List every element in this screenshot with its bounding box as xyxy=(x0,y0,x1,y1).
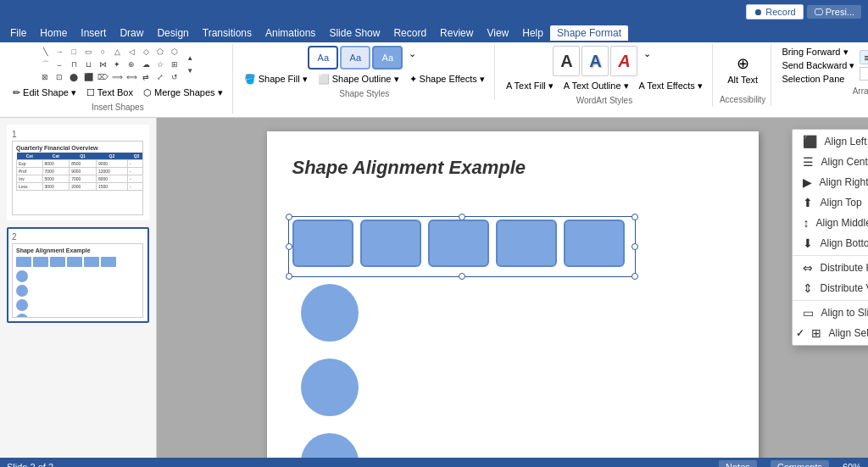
align-bottom-item[interactable]: ⬇ Align Bottom xyxy=(793,233,868,253)
shape-outline-button[interactable]: ⬜ Shape Outline ▾ xyxy=(314,71,403,87)
shape-s3-3[interactable]: ⬤ xyxy=(67,71,81,83)
menu-file[interactable]: File xyxy=(3,25,33,41)
shape-s2-2[interactable]: ⌣ xyxy=(53,58,66,70)
menu-design[interactable]: Design xyxy=(150,25,195,41)
shape-s3-9[interactable]: ⤢ xyxy=(153,71,167,83)
align-right-item[interactable]: ▶ Align Right xyxy=(793,172,868,192)
handle-ml[interactable] xyxy=(286,243,292,250)
distribute-v-item[interactable]: ⇕ Distribute Vertically xyxy=(793,278,868,298)
comments-button[interactable]: Comments xyxy=(771,460,829,467)
menu-transitions[interactable]: Transitions xyxy=(196,25,259,41)
menu-shape-format[interactable]: Shape Format xyxy=(550,25,628,41)
text-fill-button[interactable]: A Text Fill ▾ xyxy=(502,78,558,94)
menu-help[interactable]: Help xyxy=(515,25,550,41)
record-button[interactable]: ⏺ Record xyxy=(746,4,804,19)
shape-hex[interactable]: ⬡ xyxy=(168,46,181,58)
handle-bl[interactable] xyxy=(286,273,292,280)
shape-s3-6[interactable]: ⟹ xyxy=(110,71,124,83)
shape-rtriangle[interactable]: ◁ xyxy=(125,46,138,58)
shape-rect-1[interactable] xyxy=(292,220,353,267)
shape-effects-button[interactable]: ✦ Shape Effects ▾ xyxy=(405,71,489,87)
shape-s2-1[interactable]: ⌒ xyxy=(38,58,52,70)
handle-br[interactable] xyxy=(632,273,638,280)
shape-arrow[interactable]: → xyxy=(53,46,66,58)
menu-insert[interactable]: Insert xyxy=(74,25,113,41)
shapes-scroll-up[interactable]: ▲ xyxy=(183,53,197,64)
shape-round-rect[interactable]: ▭ xyxy=(81,46,95,58)
handle-bm[interactable] xyxy=(459,273,465,280)
shape-s2-7[interactable]: ⊕ xyxy=(125,58,138,70)
shape-s2-3[interactable]: ⊓ xyxy=(67,58,81,70)
size-height-input[interactable] xyxy=(860,67,868,81)
shape-rect-2[interactable] xyxy=(360,220,421,267)
slide-canvas[interactable]: Shape Alignment Example xyxy=(267,131,759,458)
style-swatch-1[interactable]: Aa xyxy=(308,46,338,69)
shape-s3-4[interactable]: ⬛ xyxy=(81,71,95,83)
style-swatch-3[interactable]: Aa xyxy=(372,46,403,69)
wordart-sample-3[interactable]: A xyxy=(610,46,637,76)
style-swatch-2[interactable]: Aa xyxy=(340,46,370,69)
send-backward-button[interactable]: Send Backward ▾ xyxy=(778,59,858,72)
shape-s2-5[interactable]: ⋈ xyxy=(96,58,109,70)
align-selected-item[interactable]: ✓ ⊞ Align Selected Objects xyxy=(793,323,868,343)
shape-diamond[interactable]: ◇ xyxy=(139,46,153,58)
handle-tl[interactable] xyxy=(286,214,292,220)
shape-triangle[interactable]: △ xyxy=(110,46,124,58)
shape-s2-10[interactable]: ⊞ xyxy=(168,58,181,70)
text-box-button[interactable]: ☐ Text Box xyxy=(82,85,137,101)
shape-oval[interactable]: ○ xyxy=(96,46,109,58)
align-middle-item[interactable]: ↕ Align Middle xyxy=(793,213,868,233)
shape-s2-9[interactable]: ☆ xyxy=(153,58,167,70)
menu-slideshow[interactable]: Slide Show xyxy=(322,25,387,41)
shape-s2-4[interactable]: ⊔ xyxy=(81,58,95,70)
handle-mr[interactable] xyxy=(632,243,638,250)
shape-line[interactable]: ╲ xyxy=(38,46,52,58)
present-button[interactable]: 🖵 Presi... xyxy=(807,5,861,19)
shape-fill-button[interactable]: 🪣 Shape Fill ▾ xyxy=(240,71,312,87)
shape-circle-1[interactable] xyxy=(301,284,359,342)
align-button[interactable]: ≡ Align ▾ xyxy=(860,50,868,64)
slide-thumb-2[interactable]: 2 Shape Alignment Example xyxy=(7,227,149,323)
menu-record[interactable]: Record xyxy=(387,25,433,41)
bring-forward-button[interactable]: Bring Forward ▾ xyxy=(778,46,858,58)
shape-s2-6[interactable]: ✦ xyxy=(110,58,124,70)
text-effects-button[interactable]: A Text Effects ▾ xyxy=(635,78,707,94)
slide-thumb-1[interactable]: 1 Quarterly Financial Overview Cat Cat Q… xyxy=(7,125,149,220)
menu-review[interactable]: Review xyxy=(433,25,480,41)
menu-animations[interactable]: Animations xyxy=(259,25,322,41)
text-outline-button[interactable]: A Text Outline ▾ xyxy=(559,78,633,94)
shape-rect[interactable]: □ xyxy=(67,46,81,58)
distribute-h-item[interactable]: ⇔ Distribute Horizontally xyxy=(793,258,868,278)
wordart-more-button[interactable]: ⌄ xyxy=(639,46,655,62)
shapes-scroll-down[interactable]: ▼ xyxy=(183,65,197,77)
notes-button[interactable]: Notes xyxy=(719,460,757,467)
merge-shapes-button[interactable]: ⬡ Merge Shapes ▾ xyxy=(139,85,227,101)
alt-text-button[interactable]: ⊕ Alt Text xyxy=(721,46,764,93)
shape-rect-5[interactable] xyxy=(564,220,625,267)
handle-tr[interactable] xyxy=(632,214,638,220)
shape-s3-1[interactable]: ⊠ xyxy=(38,71,52,83)
edit-shape-button[interactable]: ✏ Edit Shape ▾ xyxy=(8,85,81,101)
shape-rect-4[interactable] xyxy=(496,220,557,267)
align-to-slide-item[interactable]: ▭ Align to Slide xyxy=(793,303,868,323)
shape-s3-2[interactable]: ⊡ xyxy=(53,71,66,83)
menu-draw[interactable]: Draw xyxy=(113,25,150,41)
shape-s3-10[interactable]: ↺ xyxy=(168,71,181,83)
shape-circle-3[interactable] xyxy=(301,433,359,458)
shape-s3-5[interactable]: ⌦ xyxy=(96,71,109,83)
wordart-sample-1[interactable]: A xyxy=(553,46,580,76)
align-top-item[interactable]: ⬆ Align Top xyxy=(793,192,868,213)
shape-s3-8[interactable]: ⇄ xyxy=(139,71,153,83)
shape-s3-7[interactable]: ⟺ xyxy=(125,71,138,83)
selection-pane-button[interactable]: Selection Pane xyxy=(778,73,858,85)
align-center-item[interactable]: ☰ Align Center xyxy=(793,152,868,172)
shape-s2-8[interactable]: ☁ xyxy=(139,58,153,70)
menu-home[interactable]: Home xyxy=(33,25,74,41)
align-left-item[interactable]: ⬛ Align Left xyxy=(793,131,868,152)
menu-view[interactable]: View xyxy=(480,25,515,41)
shape-pentagon[interactable]: ⬠ xyxy=(153,46,167,58)
wordart-sample-2[interactable]: A xyxy=(581,46,609,76)
shape-rect-3[interactable] xyxy=(428,220,489,267)
style-more-button[interactable]: ⌄ xyxy=(404,46,420,62)
shape-circle-2[interactable] xyxy=(301,359,359,416)
